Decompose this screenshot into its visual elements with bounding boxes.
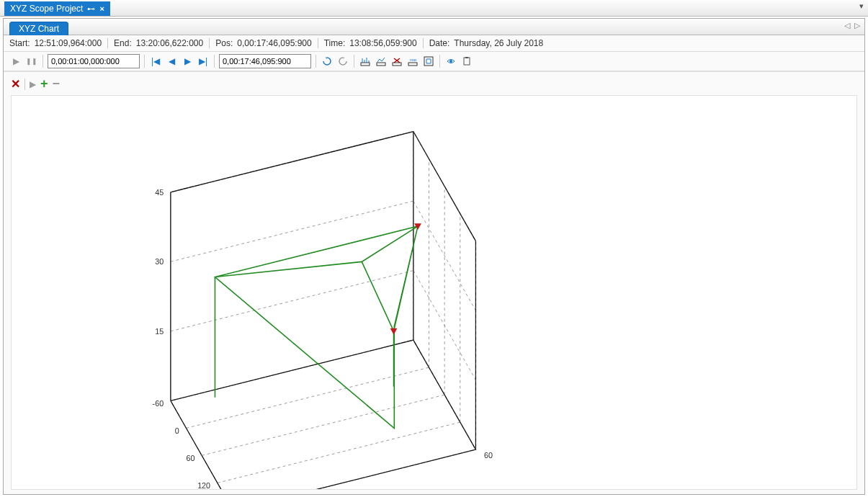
- svg-line-17: [218, 422, 460, 483]
- svg-line-27: [413, 201, 476, 310]
- end-value: 13:20:06,622:000: [136, 38, 203, 48]
- svg-rect-3: [408, 63, 417, 66]
- time-label: Time:: [324, 38, 346, 48]
- chart-tab-strip: XYZ Chart ◁ ▷: [4, 19, 864, 35]
- pin-icon[interactable]: ⊷: [87, 5, 95, 13]
- tab-label: XYZ Chart: [19, 24, 59, 34]
- svg-text:0: 0: [175, 426, 179, 435]
- options-2-button[interactable]: [375, 55, 388, 68]
- add-trace-button[interactable]: +: [40, 76, 48, 91]
- pos-label: Pos:: [215, 38, 233, 48]
- tab-scroll-left-icon[interactable]: ◁: [844, 21, 850, 30]
- options-1-button[interactable]: [359, 55, 372, 68]
- tab-scroll-right-icon[interactable]: ▷: [854, 21, 860, 30]
- svg-line-19: [171, 400, 233, 489]
- svg-line-18: [233, 449, 475, 489]
- play-button[interactable]: ▶: [9, 55, 22, 68]
- svg-line-15: [187, 367, 429, 428]
- first-button[interactable]: |◀: [149, 55, 162, 68]
- start-label: Start:: [9, 38, 30, 48]
- time-info-bar: Start: 12:51:09,964:000 End: 13:20:06,62…: [4, 35, 864, 52]
- svg-text:45: 45: [155, 188, 164, 197]
- prev-button[interactable]: ◀: [165, 55, 178, 68]
- svg-rect-2: [393, 63, 401, 66]
- svg-rect-5: [424, 57, 433, 66]
- pause-button[interactable]: ❚❚: [25, 55, 38, 68]
- tab-xyz-chart[interactable]: XYZ Chart: [9, 22, 68, 35]
- svg-line-21: [171, 271, 413, 331]
- close-icon[interactable]: ×: [99, 5, 104, 13]
- window-menu-chevron-icon[interactable]: ▾: [859, 1, 864, 11]
- end-label: End:: [114, 38, 132, 48]
- position-input[interactable]: [219, 54, 311, 68]
- max-button[interactable]: max: [406, 55, 419, 68]
- svg-text:60: 60: [484, 451, 493, 460]
- fit-button[interactable]: [422, 55, 435, 68]
- svg-rect-0: [361, 63, 370, 66]
- svg-rect-1: [377, 63, 385, 66]
- svg-marker-45: [390, 328, 398, 335]
- clear-chart-button[interactable]: [390, 55, 403, 68]
- start-value: 12:51:09,964:000: [35, 38, 102, 48]
- svg-point-6: [449, 60, 452, 63]
- delete-trace-button[interactable]: ✕: [11, 77, 20, 91]
- time-value: 13:08:56,059:900: [349, 38, 416, 48]
- date-value: Thursday, 26 July 2018: [454, 38, 543, 48]
- svg-text:30: 30: [155, 257, 164, 266]
- svg-line-16: [202, 395, 444, 455]
- chart-area: ✕ ▶ + − 153045-60060120180-6060: [4, 71, 864, 494]
- remove-trace-button[interactable]: −: [53, 76, 61, 91]
- panel-container: XYZ Chart ◁ ▷ Start: 12:51:09,964:000 En…: [3, 18, 865, 495]
- undo-button[interactable]: [321, 55, 334, 68]
- view-button[interactable]: [444, 55, 457, 68]
- step-input[interactable]: [48, 54, 140, 68]
- svg-text:-60: -60: [153, 399, 164, 408]
- dock-tab-xyz-scope-project[interactable]: XYZ Scope Project ⊷ ×: [4, 1, 110, 16]
- chart-local-toolbar: ✕ ▶ + −: [11, 76, 60, 91]
- next-button[interactable]: ▶: [181, 55, 194, 68]
- svg-text:120: 120: [197, 481, 210, 489]
- clipboard-button[interactable]: [460, 55, 473, 68]
- svg-text:max: max: [410, 58, 417, 62]
- dock-tab-title: XYZ Scope Project: [10, 4, 83, 14]
- redo-button[interactable]: [336, 55, 349, 68]
- last-button[interactable]: ▶|: [197, 55, 210, 68]
- dock-tab-strip: XYZ Scope Project ⊷ × ▾: [0, 0, 868, 17]
- svg-rect-8: [465, 57, 468, 58]
- run-once-icon[interactable]: ▶: [30, 79, 36, 89]
- xyz-3d-chart[interactable]: 153045-60060120180-6060: [11, 95, 857, 490]
- svg-text:60: 60: [186, 454, 194, 462]
- pos-value: 0,00:17:46,095:900: [237, 38, 311, 48]
- svg-rect-7: [464, 58, 470, 65]
- date-label: Date:: [429, 38, 450, 48]
- svg-text:15: 15: [155, 327, 164, 336]
- playback-toolbar: ▶ ❚❚ |◀ ◀ ▶ ▶| max: [4, 52, 864, 71]
